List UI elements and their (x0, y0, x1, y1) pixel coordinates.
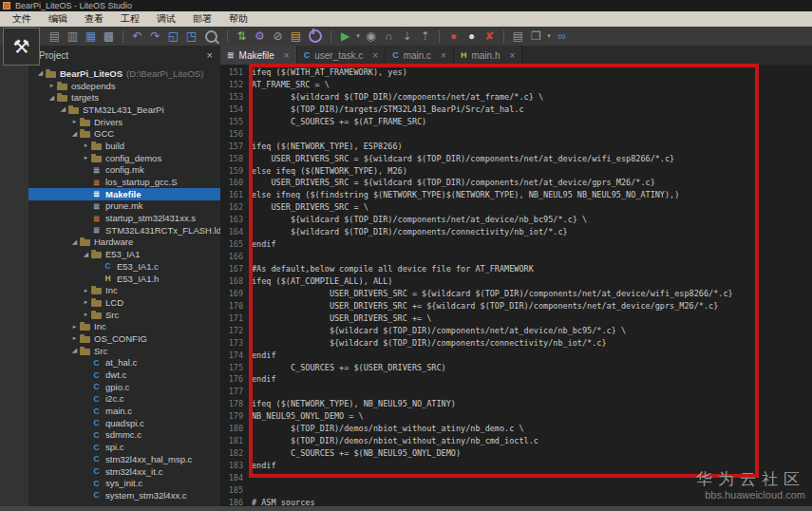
open-file-icon[interactable]: ▥ (64, 28, 82, 46)
tab-close-icon[interactable]: × (509, 50, 515, 61)
tab-makefile[interactable]: ≣Makefile× (220, 46, 297, 65)
tab-user-task-c[interactable]: Cuser_task.c× (297, 46, 386, 65)
redo-icon[interactable]: ↷ (146, 28, 164, 46)
tab-close-icon[interactable]: × (372, 50, 378, 61)
tree-item-drivers[interactable]: ▸Drivers (28, 116, 220, 128)
tree-item-gpio-c[interactable]: Cgpio.c (28, 381, 220, 393)
chevron-expanded-icon[interactable]: ◢ (47, 94, 57, 102)
copy-window-icon[interactable]: ❐ (527, 28, 545, 46)
chevron-expanded-icon[interactable]: ◢ (69, 238, 80, 246)
tree-item-targets[interactable]: ◢targets (28, 91, 220, 104)
tree-item-lcd[interactable]: ▸LCD (28, 296, 220, 309)
tree-item-config-mk[interactable]: ≣config.mk (28, 164, 220, 177)
save-icon[interactable]: ▦ (82, 28, 100, 46)
breakpoint-red-icon[interactable]: ● (444, 28, 463, 46)
menu-item-view[interactable]: 查看 (76, 11, 112, 27)
tab-main-c[interactable]: Cmain.c× (386, 46, 454, 65)
config-tune-icon[interactable]: ⇅ (233, 28, 251, 46)
remove-breakpoints-icon[interactable]: ✘ (481, 28, 499, 46)
search-icon[interactable] (205, 30, 217, 43)
menu-item-edit[interactable]: 编辑 (40, 11, 76, 27)
tab-close-icon[interactable]: × (441, 50, 446, 61)
tree-item-e53-ia1-h[interactable]: HE53_IA1.h (28, 273, 220, 285)
clean-icon[interactable]: ⊘ (269, 28, 287, 46)
tree-item-hardware[interactable]: ◢Hardware (28, 237, 220, 249)
tree-item-src[interactable]: ▸Src (28, 309, 220, 321)
tree-item-src[interactable]: ◢Src (28, 345, 220, 357)
chevron-collapsed-icon[interactable]: ▸ (81, 154, 91, 161)
menu-item-project[interactable]: 工程 (112, 11, 148, 27)
code-line: 153 ${wildcard $(TOP_DIR)/components/net… (220, 91, 812, 104)
run-icon[interactable]: ▶ (336, 28, 354, 46)
tree-item-stm32l431rctx-flash-ld[interactable]: ≣STM32L431RCTx_FLASH.ld (28, 224, 220, 237)
tree-item-e53-ia1[interactable]: ◢E53_IA1 (28, 248, 220, 260)
code-line: 168ifeq ($(AT_COMPILE_ALL), ALL) (220, 275, 812, 288)
serial-link-icon[interactable]: ∞ (553, 28, 571, 46)
chevron-collapsed-icon[interactable]: ▸ (81, 311, 91, 318)
chevron-collapsed-icon[interactable]: ▸ (69, 118, 80, 125)
tree-item-i2c-c[interactable]: Ci2c.c (28, 393, 220, 406)
menu-item-help[interactable]: 帮助 (220, 11, 256, 27)
tree-item-startup-stm32l431xx-s[interactable]: ≣startup_stm32l431xx.s (28, 212, 220, 224)
editor-layout-icon[interactable]: ◱ (164, 28, 182, 46)
chevron-collapsed-icon[interactable]: ▸ (81, 298, 91, 306)
step-out-icon[interactable]: ⇡ (416, 28, 434, 46)
chevron-collapsed-icon[interactable]: ▸ (81, 287, 91, 294)
tree-item-stm32l4xx-hal-msp-c[interactable]: Cstm32l4xx_hal_msp.c (28, 453, 220, 465)
tab-close-icon[interactable]: × (284, 50, 290, 61)
tree-item-os-config[interactable]: ▸OS_CONFIG (28, 332, 220, 345)
chevron-expanded-icon[interactable]: ◢ (81, 251, 91, 258)
tree-item-inc[interactable]: ▸Inc (28, 284, 220, 296)
tree-item-sdmmc-c[interactable]: Csdmmc.c (28, 429, 220, 442)
chevron-expanded-icon[interactable]: ◢ (35, 69, 46, 77)
menu-item-debug[interactable]: 调试 (148, 11, 184, 27)
footprints-icon[interactable]: ∩ (380, 28, 398, 46)
tree-item-at-hal-c[interactable]: Cat_hal.c (28, 357, 220, 369)
chevron-collapsed-icon[interactable]: ▸ (69, 323, 80, 331)
chevron-collapsed-icon[interactable]: ▸ (81, 142, 91, 149)
record-icon[interactable]: ◉ (362, 28, 380, 46)
tree-item-build[interactable]: ▸build (28, 140, 220, 152)
close-icon[interactable]: × (207, 49, 213, 61)
tree-item-gcc[interactable]: ◢GCC (28, 127, 220, 140)
menu-item-deploy[interactable]: 部署 (184, 11, 220, 27)
power-icon[interactable] (309, 29, 322, 43)
tree-item-bearpi-liteos[interactable]: ◢BearPi_LiteOS(D:\BearPi_LiteOS) (28, 67, 220, 80)
menu-item-file[interactable]: 文件 (4, 11, 40, 27)
tree-item-stm32l4xx-it-c[interactable]: Cstm32l4xx_it.c (28, 465, 220, 478)
tree-item-quadspi-c[interactable]: Cquadspi.c (28, 417, 220, 429)
chevron-collapsed-icon[interactable]: ▸ (69, 334, 80, 342)
paste-icon[interactable]: ▤ (46, 28, 64, 46)
chevron-collapsed-icon[interactable]: ▸ (47, 82, 57, 89)
tree-item-e53-ia1-c[interactable]: CE53_IA1.c (28, 260, 220, 273)
tree-item-main-c[interactable]: Cmain.c (28, 405, 220, 417)
editor-layout2-icon[interactable]: ◳ (182, 28, 200, 46)
memory-icon[interactable]: ▤ (509, 28, 527, 46)
line-number: 178 (220, 398, 252, 410)
tree-item-sys-init-c[interactable]: Csys_init.c (28, 477, 220, 489)
tree-item-los-startup-gcc-s[interactable]: ≣los_startup_gcc.S (28, 176, 220, 188)
tree-item-config-demos[interactable]: ▸config_demos (28, 152, 220, 164)
tree-item-osdepends[interactable]: ▸osdepends (28, 80, 220, 92)
burn-icon[interactable]: ▤ (287, 28, 305, 46)
copy-window-dropdown-icon[interactable]: ▾ (545, 32, 553, 40)
save-all-icon[interactable]: ▩ (100, 28, 118, 46)
tab-main-h[interactable]: Hmain.h× (454, 46, 522, 65)
tree-item-inc[interactable]: ▸Inc (28, 320, 220, 332)
tree-item-spi-c[interactable]: Cspi.c (28, 441, 220, 453)
build-icon[interactable]: ⚙ (251, 28, 269, 46)
undo-icon[interactable]: ↶ (128, 28, 146, 46)
tree-item-dwt-c[interactable]: Cdwt.c (28, 369, 220, 381)
run-dropdown-icon[interactable]: ▾ (354, 32, 362, 40)
tree-item-makefile[interactable]: ≣Makefile (28, 188, 220, 200)
chevron-expanded-icon[interactable]: ◢ (58, 105, 68, 113)
chevron-expanded-icon[interactable]: ◢ (69, 130, 80, 138)
code-line: 181 $(TOP_DIR)/demos/nbiot_without_atiny… (220, 435, 812, 447)
breakpoint-white-icon[interactable]: ● (463, 28, 481, 46)
code-area[interactable]: 151ifeq ($(WITH_AT_FRAMEWORK), yes)152AT… (220, 65, 812, 506)
tree-item-prune-mk[interactable]: ≣prune.mk (28, 200, 220, 213)
tree-item-system-stm32l4xx-c[interactable]: Csystem_stm32l4xx.c (28, 489, 220, 502)
chevron-expanded-icon[interactable]: ◢ (69, 347, 80, 354)
step-into-icon[interactable]: ⇣ (398, 28, 416, 46)
tree-item-stm32l431-bearpi[interactable]: ◢STM32L431_BearPi (28, 104, 220, 116)
